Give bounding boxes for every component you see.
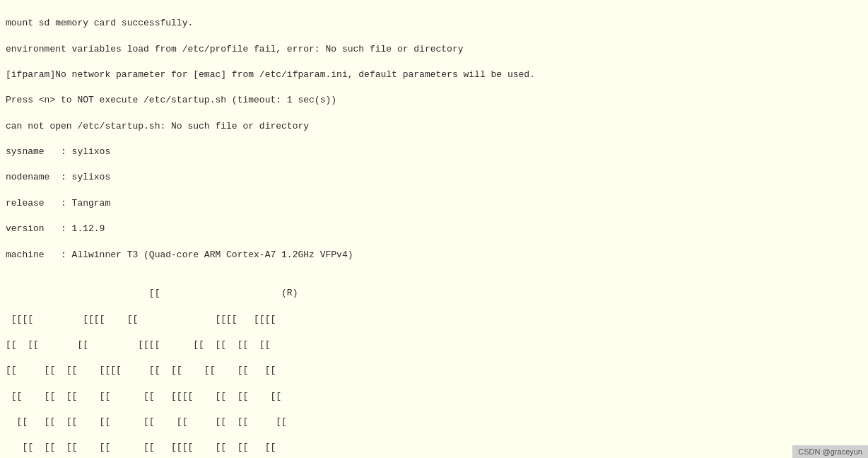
watermark-text: CSDN @graceyun [798,447,862,456]
watermark-bar: CSDN @graceyun [792,445,868,458]
ascii-art-line: [[ [[ [[ [[ [[ [[[[ [[ [[ [[ [6,441,862,452]
ascii-art-line: [[ [[ [[ [[ [[ [[[[ [[ [[ [[ [6,390,862,403]
terminal-line: Press <n> to NOT execute /etc/startup.sh… [6,94,862,107]
ascii-art-line: [[ [[ [[ [[[[ [[ [[ [[ [[ [6,339,862,351]
ascii-art-line: [[ (R) [6,287,862,300]
ascii-art-line: [[ [[ [[ [[ [[ [[ [[ [[ [[ [6,416,862,428]
ascii-art-line: [[ [[ [[ [[[[ [[ [[ [[ [[ [[ [6,364,862,377]
terminal-line: can not open /etc/startup.sh: No such fi… [6,120,862,133]
terminal-line: sysname : sylixos [6,146,862,158]
terminal-line: environment variables load from /etc/pro… [6,43,862,56]
terminal-line: [ifparam]No network parameter for [emac]… [6,69,862,81]
ascii-art-line: [[[[ [[[[ [[ [[[[ [[[[ [6,313,862,326]
terminal-output: mount sd memory card successfully. envir… [0,0,868,452]
terminal-line: machine : Allwinner T3 (Quad-core ARM Co… [6,249,862,262]
terminal-line: mount sd memory card successfully. [6,17,862,30]
terminal-line: release : Tangram [6,197,862,210]
terminal-line: version : 1.12.9 [6,223,862,235]
terminal-line: nodename : sylixos [6,171,862,184]
